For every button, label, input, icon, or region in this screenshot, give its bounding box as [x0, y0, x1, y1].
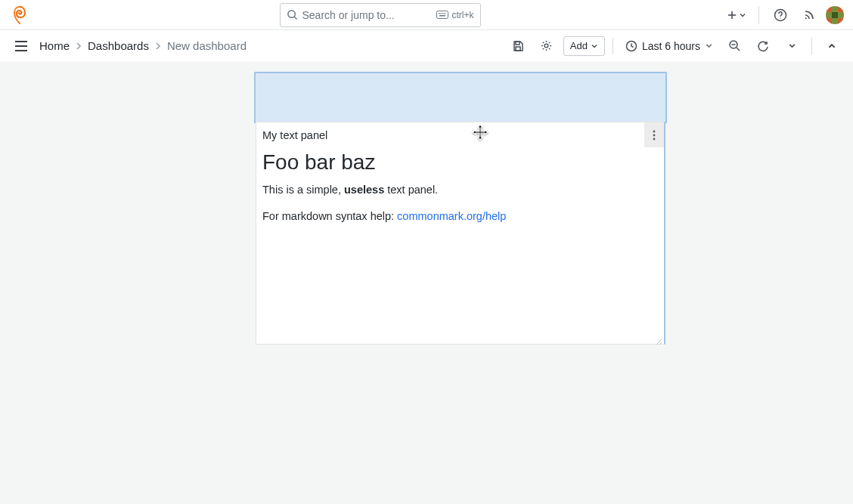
- panel-paragraph-2: For markdown syntax help: commonmark.org…: [262, 209, 658, 224]
- svg-rect-15: [838, 6, 844, 12]
- chevron-down-icon: [591, 42, 598, 50]
- svg-rect-22: [516, 42, 520, 45]
- breadcrumb-sep: [155, 39, 161, 52]
- svg-rect-7: [439, 15, 445, 17]
- refresh-interval-picker[interactable]: [780, 34, 804, 58]
- panel-menu-button[interactable]: [644, 122, 664, 147]
- search-placeholder: Search or jump to...: [302, 9, 437, 21]
- svg-point-24: [544, 44, 548, 48]
- panel-heading: Foo bar baz: [262, 150, 658, 175]
- save-icon: [512, 40, 524, 52]
- breadcrumb-home[interactable]: Home: [39, 39, 70, 52]
- menu-toggle[interactable]: [9, 34, 33, 58]
- plus-icon: [727, 10, 737, 20]
- add-button-label: Add: [570, 40, 588, 51]
- search-icon: [287, 9, 298, 20]
- time-range-label: Last 6 hours: [642, 40, 700, 52]
- chevron-down-icon: [788, 42, 796, 50]
- text-panel[interactable]: My text panel Foo bar baz This is a simp…: [256, 122, 665, 345]
- clock-icon: [625, 40, 637, 52]
- chevron-down-icon: [739, 11, 746, 19]
- svg-rect-2: [437, 11, 448, 18]
- svg-rect-17: [826, 18, 832, 24]
- svg-point-30: [653, 134, 656, 136]
- svg-line-1: [294, 17, 296, 19]
- svg-rect-5: [442, 13, 444, 14]
- chevron-down-icon: [705, 42, 713, 50]
- chevron-up-icon: [827, 42, 836, 51]
- zoom-out-button[interactable]: [722, 34, 746, 58]
- breadcrumb-dashboards[interactable]: Dashboards: [88, 39, 149, 52]
- kebab-icon: [653, 130, 656, 141]
- news-button[interactable]: [797, 3, 821, 27]
- topbar: Search or jump to... ctrl+k: [0, 0, 853, 30]
- user-avatar[interactable]: [826, 6, 844, 24]
- breadcrumb-sep: [76, 39, 82, 52]
- create-menu[interactable]: [724, 3, 749, 27]
- help-button[interactable]: [768, 3, 793, 27]
- dashboard-canvas[interactable]: My text panel Foo bar baz This is a simp…: [0, 62, 853, 504]
- breadcrumb: Home Dashboards New dashboard: [39, 39, 247, 52]
- add-button[interactable]: Add: [563, 36, 605, 56]
- svg-line-32: [656, 339, 662, 345]
- gear-icon: [540, 39, 553, 52]
- svg-line-33: [659, 342, 662, 345]
- zoom-out-icon: [728, 39, 741, 52]
- markdown-help-link[interactable]: commonmark.org/help: [397, 210, 506, 222]
- breadcrumb-current: New dashboard: [167, 39, 247, 52]
- search-input[interactable]: Search or jump to... ctrl+k: [280, 3, 481, 27]
- svg-line-27: [737, 48, 740, 51]
- svg-rect-3: [439, 13, 440, 14]
- subbar: Home Dashboards New dashboard Add Last 6…: [0, 30, 853, 62]
- svg-point-29: [653, 130, 656, 132]
- collapse-button[interactable]: [820, 34, 844, 58]
- svg-point-11: [780, 17, 780, 18]
- panel-title: My text panel: [262, 129, 327, 141]
- svg-rect-14: [826, 6, 832, 12]
- svg-rect-16: [832, 12, 838, 18]
- svg-rect-6: [445, 13, 446, 14]
- menu-icon: [14, 41, 28, 51]
- panel-header[interactable]: My text panel: [256, 122, 664, 147]
- svg-point-12: [805, 17, 807, 19]
- svg-point-0: [287, 11, 294, 17]
- refresh-button[interactable]: [751, 34, 775, 58]
- svg-rect-18: [838, 18, 844, 24]
- save-dashboard-button[interactable]: [506, 34, 530, 58]
- search-shortcut: ctrl+k: [436, 10, 473, 20]
- rss-icon: [803, 9, 815, 21]
- svg-rect-23: [516, 47, 520, 51]
- grafana-logo[interactable]: [9, 5, 30, 26]
- svg-rect-4: [441, 13, 442, 14]
- panel-paragraph-1: This is a simple, useless text panel.: [262, 182, 658, 198]
- panel-drop-target: [254, 72, 667, 123]
- refresh-icon: [757, 40, 769, 52]
- help-icon: [774, 8, 787, 22]
- panel-body: Foo bar baz This is a simple, useless te…: [256, 147, 664, 241]
- dashboard-settings-button[interactable]: [535, 34, 559, 58]
- time-range-picker[interactable]: Last 6 hours: [621, 40, 718, 52]
- panel-resize-handle[interactable]: [655, 335, 662, 342]
- svg-point-31: [653, 138, 656, 140]
